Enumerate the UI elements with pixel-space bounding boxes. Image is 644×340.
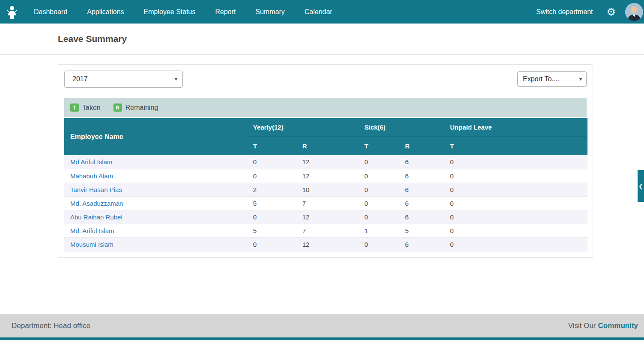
cell-value: 0: [446, 169, 587, 183]
navbar-right: Switch department ⚙: [536, 3, 644, 21]
taken-label: Taken: [82, 104, 101, 112]
main-content: 2017 ▾ Export To.... ▾ T Taken R Remaini…: [0, 55, 644, 314]
filter-row: 2017 ▾ Export To.... ▾: [64, 71, 587, 88]
cell-value: 6: [401, 183, 446, 196]
cell-value: 12: [298, 237, 361, 251]
employee-link[interactable]: Abu Raihan Rubel: [70, 213, 122, 221]
chevron-down-icon: ▾: [175, 76, 177, 82]
col-sick-remaining: R: [401, 137, 446, 155]
cell-value: 5: [249, 196, 298, 210]
visit-our-label: Visit Our: [568, 322, 596, 330]
cell-value: 6: [401, 210, 446, 224]
taken-badge: T: [70, 103, 79, 112]
nav-dashboard[interactable]: Dashboard: [24, 0, 77, 24]
cell-value: 0: [446, 210, 587, 224]
chevron-down-icon: ▾: [579, 76, 582, 82]
table-row: Mahabub Alam 0 12 0 6 0: [64, 169, 587, 183]
cell-value: 7: [298, 224, 361, 237]
cell-value: 12: [298, 210, 361, 224]
group-header-sick: Sick(6): [361, 118, 446, 137]
cell-value: 10: [298, 183, 361, 196]
group-header-yearly: Yearly(12): [249, 118, 361, 137]
employee-link[interactable]: Md. Ariful Islam: [70, 227, 114, 234]
leave-summary-table: Employee Name Yearly(12) Sick(6) Unpaid …: [64, 118, 587, 251]
table-row: Md. Asaduzzaman 5 7 0 6 0: [64, 196, 587, 210]
cell-value: 0: [249, 210, 298, 224]
col-yearly-remaining: R: [298, 137, 361, 155]
footer-right: Visit OurCommunity: [568, 322, 638, 330]
page-title: Leave Summary: [58, 34, 127, 44]
year-select-value: 2017: [72, 75, 88, 83]
footer: Department: Head office Visit OurCommuni…: [0, 314, 644, 337]
nav-summary[interactable]: Summary: [246, 0, 295, 24]
community-link[interactable]: Community: [598, 322, 638, 330]
cell-value: 0: [249, 237, 298, 251]
cell-value: 0: [249, 169, 298, 183]
side-panel-handle[interactable]: ❮: [638, 170, 644, 202]
group-header-unpaid: Unpaid Leave: [446, 118, 587, 137]
cell-value: 0: [361, 210, 401, 224]
cell-value: 5: [401, 224, 446, 237]
cell-value: 0: [446, 224, 587, 237]
nav-applications[interactable]: Applications: [77, 0, 134, 24]
nav-employee-status[interactable]: Employee Status: [134, 0, 206, 24]
leave-summary-card: 2017 ▾ Export To.... ▾ T Taken R Remaini…: [58, 64, 593, 258]
col-yearly-taken: T: [249, 137, 298, 155]
cell-value: 0: [361, 169, 401, 183]
cell-value: 0: [446, 155, 587, 169]
cell-value: 5: [249, 224, 298, 237]
table-row: Mousumi Islam 0 12 0 6 0: [64, 237, 587, 251]
department-label: Department: Head office: [12, 322, 90, 330]
cell-value: 1: [361, 224, 401, 237]
export-select-value: Export To....: [523, 75, 559, 83]
table-row: Abu Raihan Rubel 0 12 0 6 0: [64, 210, 587, 224]
cell-value: 0: [361, 237, 401, 251]
cell-value: 6: [401, 196, 446, 210]
legend-bar: T Taken R Remaining: [64, 98, 587, 117]
switch-department-link[interactable]: Switch department: [536, 8, 593, 16]
cell-value: 0: [249, 155, 298, 169]
cell-value: 0: [361, 155, 401, 169]
employee-link[interactable]: Mousumi Islam: [70, 241, 113, 248]
cell-value: 2: [249, 183, 298, 196]
cell-value: 0: [446, 237, 587, 251]
page-header: Leave Summary: [0, 24, 644, 55]
table-row: Md Ariful Islam 0 12 0 6 0: [64, 155, 587, 169]
app-logo-icon[interactable]: [0, 5, 24, 19]
employee-name-header: Employee Name: [64, 118, 249, 155]
employee-link[interactable]: Mahabub Alam: [70, 172, 113, 180]
table-row: Tanvir Hasan Pias 2 10 0 6 0: [64, 183, 587, 196]
cell-value: 6: [401, 237, 446, 251]
gear-icon[interactable]: ⚙: [606, 7, 616, 17]
remaining-label: Remaining: [125, 104, 158, 112]
main-nav: Dashboard Applications Employee Status R…: [24, 0, 342, 24]
cell-value: 0: [446, 183, 587, 196]
export-select[interactable]: Export To.... ▾: [517, 71, 587, 87]
table-row: Md. Ariful Islam 5 7 1 5 0: [64, 224, 587, 237]
bottom-accent-strip: [0, 337, 644, 340]
col-sick-taken: T: [361, 137, 401, 155]
avatar[interactable]: [625, 3, 643, 21]
remaining-badge: R: [113, 103, 122, 112]
cell-value: 0: [361, 183, 401, 196]
cell-value: 0: [361, 196, 401, 210]
chevron-left-icon: ❮: [638, 183, 643, 189]
cell-value: 6: [401, 169, 446, 183]
avatar-image: [625, 3, 643, 21]
col-unpaid-taken: T: [446, 137, 587, 155]
employee-link[interactable]: Md Ariful Islam: [70, 158, 112, 166]
year-select[interactable]: 2017 ▾: [64, 71, 183, 88]
nav-calendar[interactable]: Calendar: [295, 0, 342, 24]
hrm-logo-icon: [5, 5, 19, 19]
employee-link[interactable]: Md. Asaduzzaman: [70, 200, 123, 207]
cell-value: 12: [298, 155, 361, 169]
cell-value: 7: [298, 196, 361, 210]
cell-value: 12: [298, 169, 361, 183]
employee-link[interactable]: Tanvir Hasan Pias: [70, 186, 122, 193]
cell-value: 6: [401, 155, 446, 169]
cell-value: 0: [446, 196, 587, 210]
nav-report[interactable]: Report: [206, 0, 246, 24]
top-navbar: Dashboard Applications Employee Status R…: [0, 0, 644, 24]
